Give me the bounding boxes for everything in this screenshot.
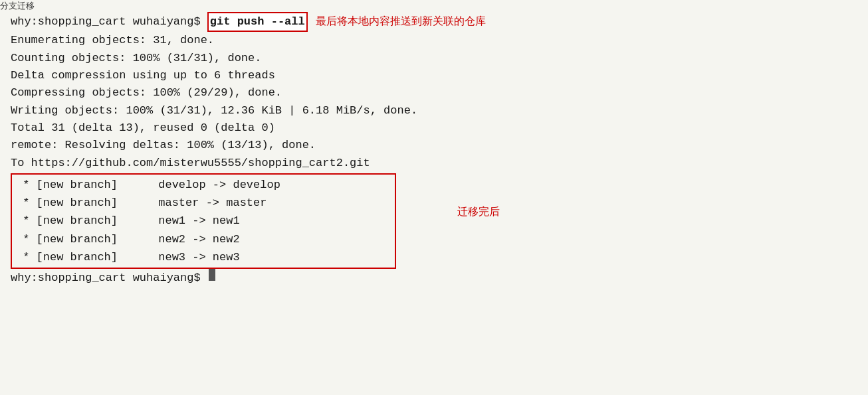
command-annotation: 最后将本地内容推送到新关联的仓库 xyxy=(316,13,486,30)
branch-line-1: * [new branch] develop -> develop xyxy=(16,176,391,194)
command-text: git push --all xyxy=(207,12,308,32)
boxed-branches: * [new branch] develop -> develop * [new… xyxy=(11,173,396,269)
migration-annotation: 迁移完后 xyxy=(457,206,500,217)
output-line-6: Total 31 (delta 13), reused 0 (delta 0) xyxy=(11,119,857,137)
branch-line-4: * [new branch] new2 -> new2 xyxy=(16,230,391,248)
output-line-7: remote: Resolving deltas: 100% (13/13), … xyxy=(11,137,857,154)
output-line-8: To https://github.com/misterwu5555/shopp… xyxy=(11,155,857,172)
cursor-block xyxy=(209,269,215,281)
top-label: 分支迁移 xyxy=(0,0,35,12)
terminal-container: 分支迁移 why:shopping_cart wuhaiyang$ git pu… xyxy=(0,0,868,395)
final-prompt-line: why:shopping_cart wuhaiyang$ xyxy=(11,269,857,287)
output-line-5: Writing objects: 100% (31/31), 12.36 KiB… xyxy=(11,102,857,119)
prompt: why:shopping_cart wuhaiyang$ xyxy=(11,13,207,31)
output-line-3: Delta compression using up to 6 threads xyxy=(11,67,857,84)
branch-section: * [new branch] develop -> develop * [new… xyxy=(11,172,857,269)
final-prompt: why:shopping_cart wuhaiyang$ xyxy=(11,270,207,287)
branch-line-2: * [new branch] master -> master xyxy=(16,194,391,212)
boxed-annotation: 迁移完后 xyxy=(449,205,500,219)
output-line-1: Enumerating objects: 31, done. xyxy=(11,32,857,49)
command-line: why:shopping_cart wuhaiyang$ git push --… xyxy=(11,12,857,32)
output-line-4: Compressing objects: 100% (29/29), done. xyxy=(11,84,857,102)
output-line-2: Counting objects: 100% (31/31), done. xyxy=(11,50,857,67)
branch-line-5: * [new branch] new3 -> new3 xyxy=(16,248,391,266)
branch-line-3: * [new branch] new1 -> new1 xyxy=(16,212,391,230)
